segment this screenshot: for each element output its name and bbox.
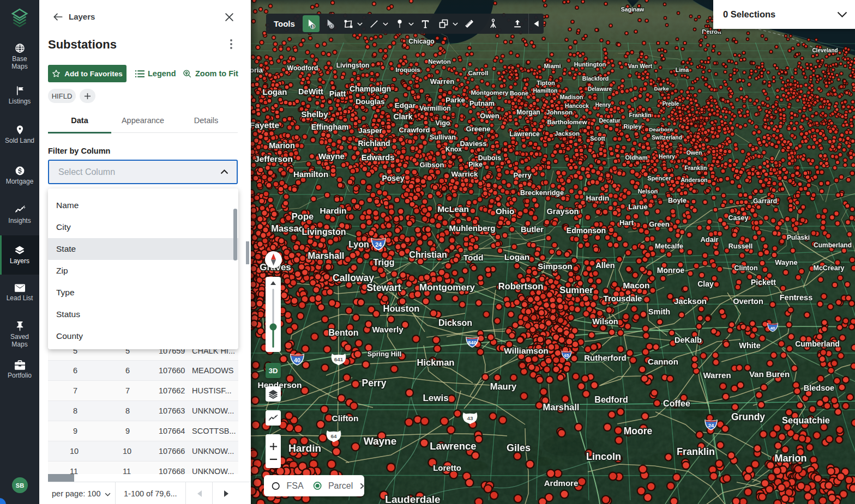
svg-text:Overton: Overton [733, 297, 763, 306]
svg-text:Marion: Marion [269, 141, 295, 150]
svg-text:Franklin: Franklin [629, 112, 652, 118]
svg-text:Trigg: Trigg [373, 258, 394, 267]
svg-text:Dubois: Dubois [478, 154, 501, 162]
svg-text:Champaign: Champaign [350, 84, 391, 93]
svg-text:Perry: Perry [513, 171, 532, 179]
svg-text:Wayne: Wayne [318, 151, 345, 161]
svg-text:Delaware: Delaware [588, 86, 612, 92]
svg-text:Chicago: Chicago [408, 38, 434, 45]
svg-text:Maury: Maury [490, 381, 517, 391]
svg-text:Wilson: Wilson [592, 317, 618, 326]
svg-text:Marion: Marion [774, 453, 806, 464]
svg-text:641: 641 [334, 356, 344, 362]
svg-text:Crawford: Crawford [399, 126, 430, 134]
svg-text:Moore: Moore [624, 426, 653, 436]
svg-text:Boone: Boone [510, 90, 528, 96]
svg-text:Larue: Larue [628, 203, 647, 211]
svg-text:Tipton: Tipton [537, 80, 555, 86]
svg-text:Pope: Pope [292, 211, 314, 221]
svg-text:Hamilton: Hamilton [533, 87, 558, 94]
svg-text:Wayne: Wayne [775, 258, 797, 266]
svg-text:Pike: Pike [468, 161, 483, 168]
svg-text:Daviess: Daviess [460, 139, 486, 148]
svg-text:Marshall: Marshall [308, 251, 345, 260]
svg-text:Spencer: Spencer [647, 175, 671, 181]
svg-text:Lauderdale: Lauderdale [385, 494, 440, 504]
svg-text:Darke: Darke [654, 86, 669, 92]
svg-text:Warrick: Warrick [451, 170, 478, 178]
svg-text:Edgar: Edgar [395, 101, 416, 110]
svg-text:Stewart: Stewart [366, 282, 401, 293]
svg-text:Russell: Russell [728, 242, 752, 250]
svg-text:Decatur: Decatur [599, 117, 620, 124]
svg-text:Nelson: Nelson [638, 188, 658, 195]
svg-text:Johnson: Johnson [546, 109, 573, 116]
svg-text:Clark: Clark [393, 112, 412, 121]
svg-text:Sumner: Sumner [559, 285, 593, 295]
svg-text:Lewis: Lewis [423, 393, 448, 403]
svg-text:Switzerland: Switzerland [652, 135, 682, 141]
svg-text:Vermillion: Vermillion [419, 105, 450, 112]
svg-text:McLean: McLean [437, 204, 469, 214]
svg-text:Perry: Perry [362, 378, 387, 388]
svg-text:Bartholomew: Bartholomew [547, 119, 587, 125]
svg-text:Saginaw: Saginaw [621, 6, 645, 13]
svg-text:McCreary: McCreary [814, 264, 845, 272]
svg-text:Pickett: Pickett [751, 278, 776, 287]
svg-text:65: 65 [564, 353, 569, 358]
svg-text:Owen: Owen [480, 112, 499, 120]
svg-text:Hamilton: Hamilton [293, 169, 328, 179]
svg-text:Allen: Allen [595, 261, 615, 270]
svg-text:Metcalfe: Metcalfe [655, 242, 683, 250]
svg-text:Spring Hill: Spring Hill [368, 350, 402, 358]
svg-text:Parke: Parke [445, 96, 465, 104]
svg-text:Muhlenberg: Muhlenberg [449, 223, 496, 233]
svg-text:Iroquois: Iroquois [395, 66, 420, 73]
svg-text:Garrard: Garrard [753, 197, 777, 205]
svg-text:Calloway: Calloway [333, 272, 374, 283]
svg-text:Green: Green [649, 220, 670, 228]
svg-text:24: 24 [708, 422, 714, 428]
svg-text:Lyon: Lyon [348, 240, 369, 249]
svg-text:Van Buren: Van Buren [749, 369, 790, 379]
svg-text:Christian: Christian [409, 250, 447, 259]
svg-text:Clay: Clay [697, 280, 714, 288]
svg-text:Trousdale: Trousdale [604, 294, 642, 303]
svg-text:Houston: Houston [383, 303, 420, 313]
svg-text:Bedford: Bedford [594, 395, 628, 404]
svg-text:Anderson: Anderson [681, 177, 707, 183]
svg-text:Ohio: Ohio [496, 207, 514, 216]
svg-text:Macon: Macon [623, 281, 649, 290]
svg-text:40: 40 [770, 326, 775, 331]
svg-text:Preble: Preble [663, 101, 679, 107]
svg-text:Vigo: Vigo [436, 119, 450, 127]
svg-text:Lima: Lima [676, 66, 689, 73]
svg-text:Jackson: Jackson [555, 130, 580, 137]
svg-text:Ripley: Ripley [623, 123, 642, 130]
svg-text:43: 43 [467, 415, 473, 421]
svg-text:Lawrence: Lawrence [430, 440, 476, 452]
svg-text:Logan: Logan [504, 252, 530, 262]
svg-text:Warren: Warren [430, 77, 454, 86]
svg-text:Henry: Henry [659, 153, 675, 160]
svg-text:Van Wert: Van Wert [628, 63, 653, 69]
svg-text:Montgomery: Montgomery [471, 89, 509, 96]
svg-text:Oldham: Oldham [625, 154, 648, 161]
svg-text:Jasper: Jasper [358, 126, 382, 135]
svg-text:Henry: Henry [595, 102, 611, 108]
svg-text:Rutherford: Rutherford [584, 353, 627, 362]
svg-text:Adair: Adair [700, 235, 718, 244]
svg-text:Hardin: Hardin [586, 194, 610, 202]
svg-text:Robertson: Robertson [498, 281, 544, 291]
svg-text:DeWitt: DeWitt [298, 87, 323, 96]
svg-text:Clinton: Clinton [734, 264, 757, 272]
svg-text:Grundy: Grundy [731, 411, 765, 422]
svg-text:840: 840 [468, 339, 477, 345]
svg-text:Hardin: Hardin [320, 206, 346, 215]
svg-text:Breckenridge: Breckenridge [520, 189, 564, 197]
svg-text:Williamson: Williamson [504, 346, 549, 355]
svg-text:Blackford: Blackford [582, 75, 609, 82]
svg-text:Franklin: Franklin [677, 446, 715, 457]
svg-text:64: 64 [330, 433, 337, 439]
svg-text:Jefferson: Jefferson [255, 154, 293, 163]
